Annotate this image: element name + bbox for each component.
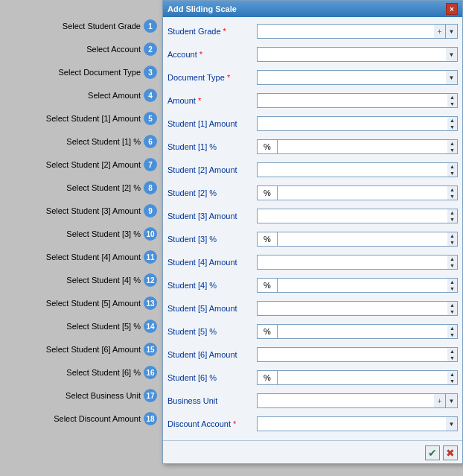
spinner-input-13[interactable] bbox=[257, 301, 447, 316]
spinner-input-5[interactable] bbox=[257, 116, 447, 131]
spinner-down-11[interactable]: ▼ bbox=[447, 262, 457, 269]
left-label-6[interactable]: Select Student [1] % 6 bbox=[0, 130, 160, 153]
form-label-1: Student Grade * bbox=[167, 27, 257, 36]
spinner-down-8[interactable]: ▼ bbox=[447, 193, 457, 200]
percent-input-14[interactable] bbox=[278, 324, 447, 339]
left-label-12[interactable]: Select Student [4] % 12 bbox=[0, 269, 160, 291]
left-label-15[interactable]: Select Student [6] Amount 15 bbox=[0, 338, 160, 361]
percent-prefix-6[interactable] bbox=[257, 139, 278, 154]
dropdown-button-1[interactable]: ▼ bbox=[446, 24, 458, 39]
cancel-button[interactable]: ✖ bbox=[443, 445, 458, 460]
spinner-10: ▲ ▼ bbox=[447, 232, 458, 247]
spinner-down-10[interactable]: ▼ bbox=[447, 239, 457, 246]
spinner-up-7[interactable]: ▲ bbox=[447, 163, 457, 170]
bubble-9: 9 bbox=[144, 204, 157, 218]
spinner-12: ▲ ▼ bbox=[447, 278, 458, 293]
spinner-up-16[interactable]: ▲ bbox=[447, 371, 457, 378]
add-button-17[interactable]: + bbox=[434, 393, 446, 408]
dropdown-button-18[interactable]: ▼ bbox=[446, 416, 458, 431]
percent-input-16[interactable] bbox=[278, 370, 447, 385]
bubble-3: 3 bbox=[144, 66, 157, 79]
percent-prefix-14[interactable] bbox=[257, 324, 278, 339]
spinner-down-7[interactable]: ▼ bbox=[447, 170, 457, 177]
label-text-1: Select Student Grade bbox=[63, 22, 141, 31]
field-container-9: ▲ ▼ bbox=[257, 209, 458, 223]
field-container-14: ▲ ▼ bbox=[257, 324, 458, 339]
left-label-17[interactable]: Select Business Unit 17 bbox=[0, 384, 160, 407]
form-row-17: Business Unit + ▼ bbox=[167, 390, 458, 412]
text-input-3[interactable] bbox=[257, 70, 446, 85]
left-label-18[interactable]: Select Discount Amount 18 bbox=[0, 407, 160, 430]
close-button[interactable]: × bbox=[446, 3, 458, 15]
percent-prefix-12[interactable] bbox=[257, 278, 278, 293]
form-label-2: Account * bbox=[167, 50, 257, 59]
percent-prefix-16[interactable] bbox=[257, 370, 278, 385]
left-label-10[interactable]: Select Student [3] % 10 bbox=[0, 223, 160, 245]
ok-button[interactable]: ✔ bbox=[425, 445, 440, 460]
percent-input-8[interactable] bbox=[278, 185, 447, 200]
spinner-up-8[interactable]: ▲ bbox=[447, 186, 457, 193]
label-text-11: Select Student [4] Amount bbox=[46, 253, 141, 261]
left-label-11[interactable]: Select Student [4] Amount 11 bbox=[0, 246, 160, 268]
left-label-1[interactable]: Select Student Grade 1 bbox=[0, 15, 160, 37]
bubble-2: 2 bbox=[144, 42, 157, 56]
bubble-12: 12 bbox=[144, 273, 157, 287]
left-label-5[interactable]: Select Student [1] Amount 5 bbox=[0, 107, 160, 130]
percent-prefix-8[interactable] bbox=[257, 185, 278, 200]
spinner-up-10[interactable]: ▲ bbox=[447, 232, 457, 239]
left-label-14[interactable]: Select Student [5] % 14 bbox=[0, 315, 160, 337]
spinner-input-9[interactable] bbox=[257, 209, 447, 223]
percent-input-6[interactable] bbox=[278, 139, 447, 154]
spinner-down-15[interactable]: ▼ bbox=[447, 355, 457, 361]
spinner-down-14[interactable]: ▼ bbox=[447, 331, 457, 338]
required-mark: * bbox=[199, 50, 202, 59]
text-input-18[interactable] bbox=[257, 416, 446, 431]
dropdown-button-2[interactable]: ▼ bbox=[446, 47, 458, 62]
form-label-8: Student [2] % bbox=[167, 188, 257, 197]
left-label-4[interactable]: Select Amount 4 bbox=[0, 84, 160, 107]
spinner-up-11[interactable]: ▲ bbox=[447, 256, 457, 262]
percent-input-10[interactable] bbox=[278, 232, 447, 247]
left-label-9[interactable]: Select Student [3] Amount 9 bbox=[0, 200, 160, 222]
dropdown-button-3[interactable]: ▼ bbox=[446, 70, 458, 85]
spinner-down-6[interactable]: ▼ bbox=[447, 147, 457, 153]
required-mark: * bbox=[198, 96, 201, 105]
form-row-3: Document Type * ▼ bbox=[167, 66, 458, 89]
spinner-down-9[interactable]: ▼ bbox=[447, 216, 457, 223]
text-input-1[interactable] bbox=[257, 24, 434, 39]
spinner-down-4[interactable]: ▼ bbox=[447, 101, 457, 107]
left-label-3[interactable]: Select Document Type 3 bbox=[0, 61, 160, 83]
bubble-11: 11 bbox=[144, 250, 157, 264]
spinner-up-4[interactable]: ▲ bbox=[447, 94, 457, 101]
label-text-3: Select Document Type bbox=[59, 68, 141, 77]
left-label-8[interactable]: Select Student [2] % 8 bbox=[0, 177, 160, 199]
spinner-up-15[interactable]: ▲ bbox=[447, 348, 457, 355]
text-input-17[interactable] bbox=[257, 393, 434, 408]
dropdown-button-17[interactable]: ▼ bbox=[446, 393, 458, 408]
spinner-down-16[interactable]: ▼ bbox=[447, 378, 457, 384]
left-label-13[interactable]: Select Student [5] Amount 13 bbox=[0, 292, 160, 314]
spinner-input-15[interactable] bbox=[257, 347, 447, 362]
dialog-footer: ✔ ✖ bbox=[163, 442, 462, 463]
left-label-2[interactable]: Select Account 2 bbox=[0, 38, 160, 60]
spinner-up-6[interactable]: ▲ bbox=[447, 140, 457, 147]
bubble-15: 15 bbox=[144, 343, 157, 356]
spinner-up-13[interactable]: ▲ bbox=[447, 302, 457, 308]
left-label-16[interactable]: Select Student [6] % 16 bbox=[0, 361, 160, 384]
spinner-up-5[interactable]: ▲ bbox=[447, 117, 457, 124]
percent-input-12[interactable] bbox=[278, 278, 447, 293]
percent-prefix-10[interactable] bbox=[257, 232, 278, 247]
spinner-up-9[interactable]: ▲ bbox=[447, 209, 457, 216]
spinner-input-4[interactable] bbox=[257, 93, 447, 108]
label-text-8: Select Student [2] % bbox=[66, 183, 141, 192]
spinner-down-5[interactable]: ▼ bbox=[447, 124, 457, 130]
spinner-input-7[interactable] bbox=[257, 162, 447, 177]
left-label-7[interactable]: Select Student [2] Amount 7 bbox=[0, 153, 160, 176]
spinner-up-12[interactable]: ▲ bbox=[447, 279, 457, 285]
spinner-down-13[interactable]: ▼ bbox=[447, 308, 457, 315]
spinner-up-14[interactable]: ▲ bbox=[447, 325, 457, 331]
text-input-2[interactable] bbox=[257, 47, 446, 62]
spinner-input-11[interactable] bbox=[257, 255, 447, 270]
spinner-down-12[interactable]: ▼ bbox=[447, 285, 457, 292]
add-button-1[interactable]: + bbox=[434, 24, 446, 39]
